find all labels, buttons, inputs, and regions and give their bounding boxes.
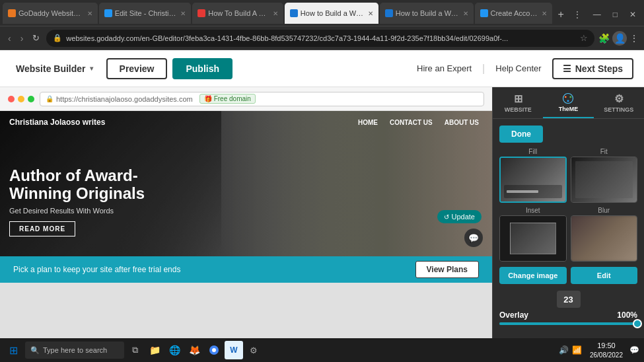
reload-button[interactable]: ↻: [30, 32, 42, 44]
fill-option[interactable]: [499, 157, 567, 203]
tab-close-6[interactable]: ✕: [542, 10, 547, 17]
main-area: 🔒 https://christianajolaoso.godaddysites…: [0, 87, 644, 338]
dot-yellow: [18, 96, 24, 102]
overlay-label: Overlay: [499, 310, 528, 320]
publish-button[interactable]: Publish: [172, 58, 233, 79]
network-icon[interactable]: 📶: [572, 345, 582, 355]
new-tab-button[interactable]: +: [552, 3, 569, 26]
preview-button[interactable]: Preview: [106, 58, 168, 79]
website-builder-label: Website Builder: [16, 63, 86, 74]
tab-how-to-build-1[interactable]: How To Build A W... ✕: [192, 3, 283, 24]
taskbar-search-box[interactable]: 🔍 Type here to search: [25, 342, 124, 359]
bookmark-icon[interactable]: ☆: [580, 33, 588, 43]
close-button[interactable]: ✕: [624, 9, 641, 20]
chat-bubble-button[interactable]: 💬: [464, 229, 483, 247]
tab-close-2[interactable]: ✕: [180, 10, 186, 17]
tab-close-4[interactable]: ✕: [368, 10, 373, 17]
inset-option[interactable]: [499, 215, 567, 262]
header-right: Hire an Expert | Help Center ☰ Next Step…: [417, 58, 633, 79]
address-bar[interactable]: 🔒 websites.godaddy.com/en-GB/editor/3feb…: [46, 30, 594, 47]
nav-contact[interactable]: CONTACT US: [390, 119, 433, 126]
panel-tab-settings[interactable]: ⚙ SETTINGS: [594, 87, 644, 118]
task-view-button[interactable]: ⧉: [125, 341, 144, 359]
view-plans-button[interactable]: View Plans: [415, 261, 479, 278]
panel-tab-theme[interactable]: TheME: [543, 87, 593, 118]
chrome-button[interactable]: [205, 341, 223, 359]
svg-point-4: [565, 96, 567, 98]
edge-button[interactable]: 🌐: [165, 341, 184, 359]
settings-tab-label: SETTINGS: [604, 106, 633, 113]
nav-home[interactable]: HOME: [358, 119, 378, 126]
image-option-blur-group: Blur: [571, 207, 638, 262]
menu-icon[interactable]: ⋮: [629, 33, 639, 44]
done-button[interactable]: Done: [499, 126, 543, 143]
nav-about[interactable]: ABOUT US: [445, 119, 479, 126]
image-option-fill-group: Fill: [499, 148, 567, 203]
update-icon: ↺: [444, 213, 449, 221]
image-option-inset-group: Inset: [499, 207, 567, 262]
firefox-button[interactable]: 🦊: [185, 341, 203, 359]
tab-close-5[interactable]: ✕: [463, 10, 468, 17]
word-button[interactable]: W: [225, 341, 243, 359]
tab-list-button[interactable]: ⋮: [569, 3, 585, 26]
tab-favicon-6: [480, 9, 488, 17]
tab-title-5: How to Build a We...: [396, 9, 460, 17]
action-buttons: Change image Edit: [499, 267, 637, 284]
tab-favicon-4: [290, 9, 298, 17]
help-center-link[interactable]: Help Center: [495, 63, 541, 73]
svg-point-2: [570, 96, 572, 98]
svg-point-3: [567, 100, 569, 102]
tab-how-to-build-3[interactable]: How to Build a We... ✕: [380, 3, 474, 24]
next-steps-icon: ☰: [563, 63, 571, 74]
change-image-button[interactable]: Change image: [499, 267, 567, 284]
edit-button[interactable]: Edit: [571, 267, 638, 284]
panel-content: Done Fill Fit: [493, 119, 644, 338]
free-domain-text: Free domain: [214, 95, 251, 102]
extensions-icon[interactable]: 🧩: [598, 33, 610, 44]
next-steps-button[interactable]: ☰ Next Steps: [552, 58, 633, 79]
taskbar-clock[interactable]: 19:50 26/08/2022: [590, 341, 623, 359]
dot-red: [8, 96, 15, 102]
tab-close-3[interactable]: ✕: [273, 10, 278, 17]
volume-icon[interactable]: 🔊: [559, 345, 569, 355]
hero-section: Christiana Jolaoso writes HOME CONTACT U…: [0, 111, 492, 256]
overlay-slider-thumb[interactable]: [633, 319, 642, 328]
settings-taskbar-button[interactable]: ⚙: [244, 341, 263, 359]
tab-title-2: Edit Site - Christia...: [115, 9, 178, 17]
blur-option[interactable]: [571, 215, 638, 262]
tab-close-1[interactable]: ✕: [87, 10, 92, 17]
tab-how-to-build-2[interactable]: How to Build a We... ✕: [285, 3, 378, 24]
profile-icon[interactable]: 👤: [612, 31, 627, 46]
website-tab-icon: ⊞: [514, 92, 522, 105]
preview-dots: [8, 96, 34, 102]
tab-godaddy[interactable]: GoDaddy Website ... ✕: [3, 3, 98, 24]
minimize-button[interactable]: —: [588, 9, 606, 20]
hire-expert-link[interactable]: Hire an Expert: [417, 63, 472, 73]
hero-nav: HOME CONTACT US ABOUT US: [345, 111, 492, 134]
hero-cta-button[interactable]: READ MORE: [9, 221, 75, 236]
tab-create-account[interactable]: Create Account ✕: [475, 3, 553, 24]
forward-button[interactable]: ›: [18, 32, 26, 45]
website-builder-button[interactable]: Website Builder ▾: [11, 59, 98, 78]
back-button[interactable]: ‹: [5, 32, 14, 45]
image-option-fit-group: Fit: [571, 148, 638, 203]
notification-button[interactable]: 💬: [627, 343, 641, 357]
file-explorer-button[interactable]: 📁: [145, 341, 164, 359]
preview-url-bar[interactable]: 🔒 https://christianajolaoso.godaddysites…: [40, 92, 484, 106]
overlay-slider-fill: [499, 322, 637, 325]
header-actions: Preview Publish: [106, 58, 233, 79]
tab-favicon-3: [197, 9, 205, 17]
free-domain-badge[interactable]: 🎁 Free domain: [199, 94, 256, 104]
tab-edit-site[interactable]: Edit Site - Christia... ✕: [99, 3, 192, 24]
fit-option[interactable]: [571, 157, 638, 203]
settings-tab-icon: ⚙: [614, 92, 624, 105]
update-text: Update: [452, 213, 475, 221]
window-controls: — □ ✕: [588, 3, 641, 26]
maximize-button[interactable]: □: [608, 9, 623, 20]
update-badge[interactable]: ↺ Update: [437, 210, 482, 223]
url-text: websites.godaddy.com/en-GB/editor/3feba3…: [66, 34, 576, 42]
start-button[interactable]: ⊞: [3, 340, 24, 361]
overlay-label-row: Overlay 100%: [499, 310, 637, 320]
panel-tab-website[interactable]: ⊞ WEBSITE: [493, 87, 543, 118]
overlay-slider-track[interactable]: [499, 322, 637, 325]
